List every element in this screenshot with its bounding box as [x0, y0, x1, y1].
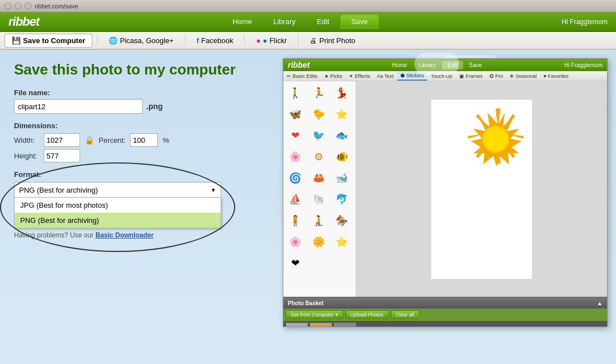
browser-url: ribbet.com/save — [35, 3, 78, 10]
sticker-cell[interactable]: ❤ — [285, 253, 305, 273]
sticker-cell[interactable]: 🦀 — [309, 168, 329, 188]
tool-basic-edits[interactable]: ✏ Basic Edits — [283, 72, 321, 80]
tool-pro[interactable]: ✪ Pro — [486, 72, 507, 80]
dimensions-label: Dimensions: — [14, 122, 263, 130]
height-label: Height: — [14, 152, 39, 160]
sticker-cell[interactable]: 🐦 — [309, 125, 329, 146]
basket-collapse-icon[interactable]: ▲ — [597, 300, 603, 306]
nav-edit[interactable]: Edit — [307, 15, 339, 28]
tool-picks[interactable]: ★ Picks — [321, 72, 346, 80]
sticker-cell[interactable]: 🏃 — [309, 83, 329, 103]
tool-seasonal[interactable]: ❄ Seasonal — [506, 72, 540, 80]
percent-input[interactable] — [130, 133, 158, 147]
sticker-cell[interactable]: 🐚 — [309, 189, 329, 209]
sticker-cell[interactable]: 🌼 — [309, 232, 329, 252]
sticker-cell[interactable]: ❤ — [285, 125, 305, 146]
left-panel: Save this photo to my computer File name… — [0, 50, 277, 364]
nav-divider-3 — [244, 35, 245, 46]
sticker-cell[interactable]: 🚶 — [285, 83, 305, 103]
sun-sticker — [465, 105, 526, 167]
sticker-cell[interactable]: 💃 — [332, 83, 352, 103]
format-select-display[interactable]: PNG (Best for archiving) ▼ — [14, 182, 221, 198]
nav-save[interactable]: Save — [340, 15, 379, 29]
sticker-cell[interactable]: 🐟 — [332, 125, 352, 146]
subnav-facebook[interactable]: f Facebook — [190, 34, 240, 47]
editor-nav: Home Library Edit Save — [386, 61, 487, 69]
tool-favorites[interactable]: ♥ Favorites — [540, 72, 572, 80]
editor-header: ribbet Home Library Edit Save Hi Fraggle… — [283, 59, 607, 71]
sticker-cell[interactable]: 🧍 — [285, 211, 305, 231]
page-title: Save this photo to my computer — [14, 61, 263, 78]
facebook-icon: f — [197, 36, 199, 45]
width-row: Width: 🔒 Percent: % — [14, 133, 263, 147]
basket-title: Photo Basket — [288, 300, 324, 306]
browser-max-btn[interactable] — [25, 3, 31, 10]
nav-divider-1 — [97, 35, 97, 46]
subnav-flickr[interactable]: ●● Flickr — [249, 34, 293, 47]
browser-close-btn[interactable] — [4, 3, 11, 10]
sticker-cell[interactable]: ⚙ — [309, 147, 329, 167]
basket-header: Photo Basket ▲ — [283, 297, 607, 309]
editor-nav-save: Save — [464, 61, 488, 69]
format-section: Format: PNG (Best for archiving) ▼ JPG (… — [14, 170, 263, 198]
nav-library[interactable]: Library — [263, 15, 306, 28]
flickr-icon: ● — [256, 36, 260, 45]
editor-logo: ribbet — [288, 60, 310, 69]
editor-nav-edit: Edit — [442, 61, 463, 69]
subnav-print[interactable]: 🖨 Print Photo — [303, 34, 362, 47]
lock-icon: 🔒 — [85, 136, 94, 144]
tool-effects[interactable]: ✦ Effects — [346, 72, 374, 80]
computer-icon: 💾 — [12, 36, 21, 45]
svg-point-10 — [484, 127, 507, 151]
basket-photo-3[interactable] — [334, 323, 356, 328]
sticker-cell[interactable]: 🐠 — [332, 147, 352, 167]
browser-min-btn[interactable] — [15, 3, 21, 10]
sticker-cell[interactable]: 🧎 — [309, 211, 329, 231]
file-name-input[interactable] — [14, 99, 143, 114]
sticker-cell[interactable]: 🏇 — [332, 211, 352, 231]
tool-touchup[interactable]: Touch-Up — [427, 72, 456, 80]
file-name-label: File name: — [14, 88, 263, 97]
browser-bar: ribbet.com/save — [0, 0, 616, 12]
format-label: Format: — [14, 170, 263, 179]
editor-nav-home: Home — [386, 61, 413, 69]
sticker-cell[interactable]: 🌸 — [285, 232, 305, 252]
sticker-cell[interactable]: ⛵ — [285, 189, 305, 209]
width-input[interactable] — [44, 133, 80, 147]
nav-home[interactable]: Home — [222, 15, 262, 28]
sticker-cell[interactable]: ⭐ — [332, 232, 352, 252]
format-dropdown-menu: JPG (Best for most photos) PNG (Best for… — [14, 198, 221, 228]
sticker-cell[interactable]: 🐬 — [332, 189, 352, 209]
upload-photos-btn[interactable]: Upload Photos — [346, 310, 389, 319]
sticker-cell[interactable]: 🐤 — [309, 104, 329, 124]
sticker-cell[interactable]: 🦋 — [285, 104, 305, 124]
editor-toolbar: ✏ Basic Edits ★ Picks ✦ Effects Aa Text … — [283, 71, 607, 81]
sticker-cell[interactable]: 🌀 — [285, 168, 305, 188]
tool-frames[interactable]: ▣ Frames — [456, 72, 486, 80]
clear-all-btn[interactable]: Clear all — [391, 310, 419, 319]
subnav-picasa[interactable]: 🌐 Picasa, Google+ — [102, 34, 180, 47]
format-option-jpg[interactable]: JPG (Best for most photos) — [15, 198, 221, 213]
file-extension: .png — [146, 102, 163, 111]
app-logo: ribbet — [8, 15, 39, 29]
file-name-row: .png — [14, 99, 263, 114]
main-nav: Home Library Edit Save — [222, 15, 378, 29]
help-text: Having problems? Use our Basic Downloade… — [14, 231, 263, 239]
get-from-computer-btn[interactable]: Get from Computer ▾ — [286, 310, 343, 319]
right-panel: ribbet Home Library Edit Save Hi Fraggle… — [277, 50, 616, 364]
basic-downloader-link[interactable]: Basic Downloader — [95, 231, 153, 239]
format-option-png[interactable]: PNG (Best for archiving) — [15, 213, 221, 228]
sticker-cell[interactable]: 🌸 — [285, 147, 305, 167]
basket-photo-2[interactable] — [310, 323, 332, 328]
tool-stickers[interactable]: ⬟ Stickers — [397, 72, 428, 81]
editor-user-greeting: Hi Fragglemom — [564, 62, 603, 68]
sticker-grid: 🚶 🏃 💃 🦋 🐤 ⭐ ❤ 🐦 🐟 🌸 ⚙ — [283, 81, 356, 275]
sticker-cell[interactable]: 🐋 — [332, 168, 352, 188]
tool-text[interactable]: Aa Text — [374, 72, 397, 80]
sticker-cell[interactable]: ⭐ — [332, 104, 352, 124]
basket-photos-row — [283, 321, 607, 327]
height-input[interactable] — [44, 149, 80, 162]
percent-sign: % — [162, 136, 169, 144]
basket-photo-1[interactable] — [286, 323, 308, 328]
subnav-save-computer[interactable]: 💾 Save to Computer — [4, 34, 92, 48]
